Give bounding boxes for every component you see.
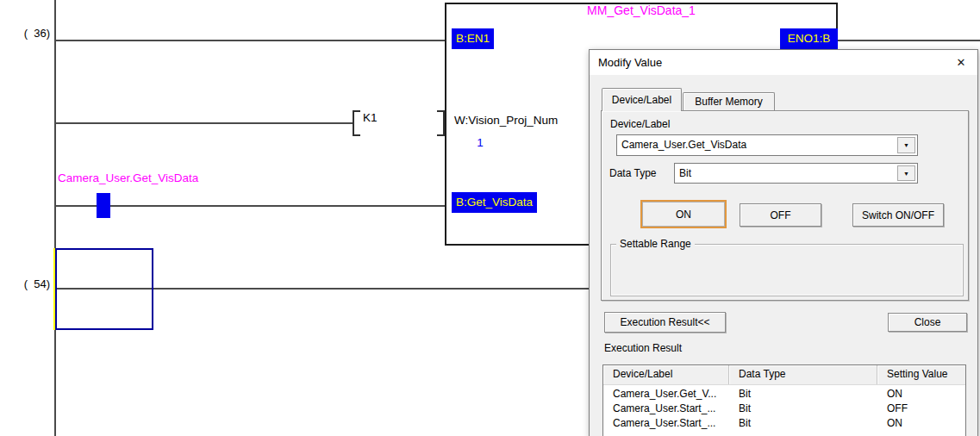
cell-type: Bit — [729, 402, 877, 416]
data-type-combobox[interactable]: Bit ▼ — [674, 163, 918, 184]
function-block-title: MM_Get_VisData_1 — [445, 3, 838, 17]
cell-device: Camera_User.Start_... — [603, 402, 729, 416]
dropdown-arrow-icon[interactable]: ▼ — [897, 137, 915, 153]
cell-value: ON — [877, 387, 965, 402]
energized-contact[interactable] — [97, 193, 110, 218]
cell-type: Bit — [729, 387, 877, 402]
table-row[interactable]: Camera_User.Get_V... Bit ON — [603, 387, 965, 402]
k1-operand[interactable]: K1 — [363, 111, 378, 124]
pin-label-get-visdata[interactable]: B:Get_VisData — [452, 192, 537, 213]
switch-on-off-button[interactable]: Switch ON/OFF — [852, 203, 944, 227]
modify-value-dialog: Modify Value ✕ Device/Label Buffer Memor… — [589, 49, 978, 436]
cell-value: ON — [877, 416, 965, 431]
wire-k1-branch — [55, 122, 353, 124]
cell-device: Camera_User.Get_V... — [603, 387, 729, 402]
device-label-combobox-value: Camera_User.Get_VisData — [621, 135, 746, 154]
settable-range-label: Settable Range — [616, 238, 695, 250]
col-header-setting-value[interactable]: Setting Value — [877, 365, 965, 384]
table-row[interactable]: Camera_User.Start_... Bit OFF — [603, 402, 965, 416]
gx-works3-ladder-screen: ( 36) MM_Get_VisData_1 B:EN1 ENO1:B K1 W… — [0, 0, 980, 436]
cell-value: OFF — [877, 402, 965, 416]
dialog-title: Modify Value — [598, 56, 662, 69]
ladder-left-rail — [54, 0, 56, 436]
on-button[interactable]: ON — [640, 200, 727, 228]
close-button[interactable]: Close — [888, 313, 967, 332]
table-row[interactable]: Camera_User.Start_... Bit ON — [603, 416, 965, 431]
execution-result-table[interactable]: Device/Label Data Type Setting Value Cam… — [602, 364, 966, 436]
rung-54-step-number: ( 54) — [0, 277, 50, 290]
device-label-combobox[interactable]: Camera_User.Get_VisData ▼ — [616, 134, 918, 156]
wire-eno1-out — [838, 40, 980, 41]
off-button[interactable]: OFF — [740, 203, 821, 227]
execution-result-toggle-button[interactable]: Execution Result<< — [604, 312, 726, 333]
cell-type: Bit — [729, 416, 877, 431]
data-type-caption: Data Type — [609, 167, 656, 179]
k1-close-bracket — [437, 110, 445, 136]
pin-label-eno1[interactable]: ENO1:B — [780, 28, 838, 49]
k1-open-bracket — [353, 110, 360, 136]
settable-range-groupbox — [610, 244, 964, 296]
dropdown-arrow-icon[interactable]: ▼ — [897, 165, 915, 181]
wire-rung36-en1 — [55, 40, 445, 41]
col-header-data-type[interactable]: Data Type — [729, 365, 877, 384]
tab-buffer-memory[interactable]: Buffer Memory — [683, 92, 775, 110]
dialog-titlebar[interactable]: Modify Value ✕ — [590, 50, 977, 75]
wire-contact-branch — [55, 205, 445, 207]
proj-num-monitor-value: 1 — [454, 136, 506, 149]
pin-label-proj-num[interactable]: W:Vision_Proj_Num — [454, 114, 558, 127]
data-type-combobox-value: Bit — [679, 164, 691, 183]
execution-result-section-label: Execution Result — [604, 342, 682, 354]
tab-device-label[interactable]: Device/Label — [602, 88, 682, 111]
contact-device-label[interactable]: Camera_User.Get_VisData — [58, 171, 198, 184]
col-header-device-label[interactable]: Device/Label — [603, 365, 729, 384]
rung-36-step-number: ( 36) — [0, 27, 50, 40]
pin-label-en1[interactable]: B:EN1 — [452, 28, 494, 49]
result-table-header: Device/Label Data Type Setting Value — [603, 365, 965, 385]
device-label-field-caption: Device/Label — [610, 118, 670, 130]
cell-device: Camera_User.Start_... — [603, 416, 729, 431]
close-icon[interactable]: ✕ — [952, 53, 970, 71]
ladder-cell-selection-cursor[interactable] — [55, 248, 153, 330]
